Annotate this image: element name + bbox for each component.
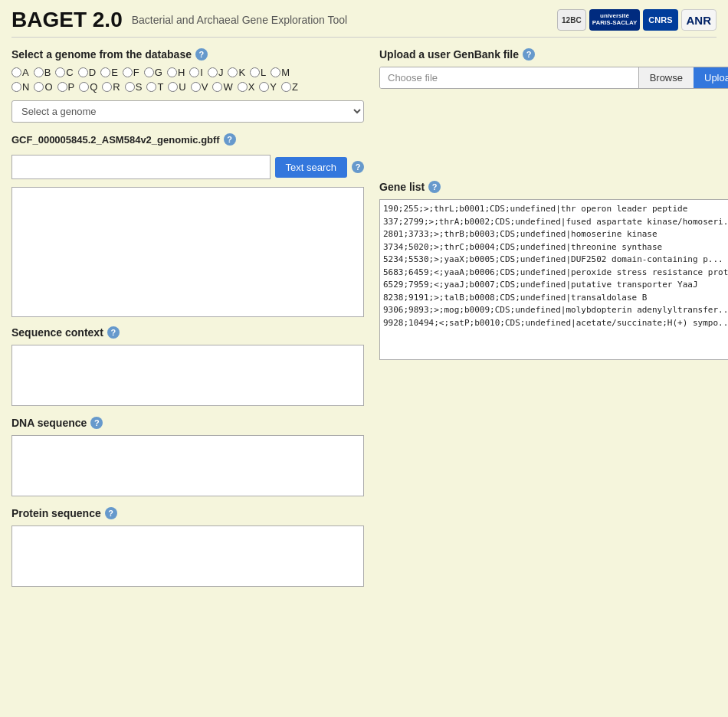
- radio-input-Q[interactable]: [79, 82, 89, 92]
- radio-input-W[interactable]: [212, 82, 222, 92]
- protein-sequence-text: Protein sequence: [11, 507, 101, 519]
- logo-cnrs-icon: CNRS: [643, 9, 677, 31]
- dna-sequence-text: DNA sequence: [11, 417, 87, 429]
- upload-section: Upload a user GenBank file ? Choose file…: [379, 48, 728, 89]
- radio-H[interactable]: H: [167, 67, 185, 78]
- protein-sequence-section: Protein sequence ?: [11, 507, 364, 587]
- radio-R[interactable]: R: [102, 81, 120, 93]
- gene-results-box-left[interactable]: [11, 187, 364, 317]
- radio-input-I[interactable]: [189, 67, 199, 77]
- radio-E[interactable]: E: [100, 67, 118, 78]
- gene-list-item[interactable]: 6529;7959;<;yaaJ;b0007;CDS;undefined|put…: [383, 279, 728, 292]
- app-subtitle: Bacterial and Archaeal Gene Exploration …: [132, 14, 347, 26]
- gene-list-item[interactable]: 5683;6459;<;yaaA;b0006;CDS;undefined|per…: [383, 267, 728, 280]
- dna-help-icon[interactable]: ?: [90, 417, 103, 429]
- radio-Q[interactable]: Q: [79, 81, 97, 93]
- dna-sequence-box[interactable]: [11, 435, 364, 496]
- radio-K[interactable]: K: [228, 67, 245, 78]
- radio-input-A[interactable]: [11, 67, 21, 77]
- gene-list-item[interactable]: 9928;10494;<;satP;b0010;CDS;undefined|ac…: [383, 317, 728, 330]
- seq-context-help-icon[interactable]: ?: [107, 326, 120, 339]
- radio-M[interactable]: M: [271, 67, 290, 78]
- radio-D[interactable]: D: [78, 67, 96, 78]
- radio-input-N[interactable]: [11, 82, 21, 92]
- genome-select-row: Select a genome: [11, 100, 364, 123]
- upload-label-text: Upload a user GenBank file: [379, 48, 519, 61]
- radio-input-E[interactable]: [100, 67, 110, 77]
- radio-Y[interactable]: Y: [259, 81, 277, 93]
- protein-sequence-box[interactable]: [11, 525, 364, 587]
- radio-input-U[interactable]: [168, 82, 178, 92]
- logo-univ-icon: universitéPARIS-SACLAY: [589, 9, 641, 31]
- radio-T[interactable]: T: [146, 81, 163, 93]
- upload-label: Upload a user GenBank file ?: [379, 48, 728, 61]
- protein-help-icon[interactable]: ?: [105, 507, 117, 519]
- radio-input-K[interactable]: [228, 67, 238, 77]
- radio-S[interactable]: S: [125, 81, 143, 93]
- radio-N[interactable]: N: [11, 81, 29, 93]
- radio-input-D[interactable]: [78, 67, 88, 77]
- header: BAGET 2.0 Bacterial and Archaeal Gene Ex…: [11, 8, 717, 38]
- text-search-help-icon[interactable]: ?: [352, 161, 364, 173]
- radio-F[interactable]: F: [123, 67, 139, 78]
- sequence-context-box[interactable]: [11, 345, 364, 406]
- radio-input-Y[interactable]: [259, 82, 269, 92]
- gene-list-item[interactable]: 190;255;>;thrL;b0001;CDS;undefined|thr o…: [383, 203, 728, 216]
- radio-L[interactable]: L: [250, 67, 266, 78]
- sequence-context-text: Sequence context: [11, 326, 103, 339]
- radio-input-H[interactable]: [167, 67, 177, 77]
- text-search-button[interactable]: Text search: [275, 157, 347, 178]
- dna-sequence-label: DNA sequence ?: [11, 417, 364, 429]
- radio-I[interactable]: I: [189, 67, 203, 78]
- radio-input-Z[interactable]: [281, 82, 291, 92]
- radio-U[interactable]: U: [168, 81, 185, 93]
- radio-input-V[interactable]: [191, 82, 201, 92]
- gene-list-item[interactable]: 2801;3733;>;thrB;b0003;CDS;undefined|hom…: [383, 228, 728, 241]
- logo-anr-icon: ANR: [681, 9, 717, 31]
- radio-input-O[interactable]: [34, 82, 44, 92]
- upload-help-icon[interactable]: ?: [523, 48, 535, 61]
- gene-list-item[interactable]: 8238;9191;>;talB;b0008;CDS;undefined|tra…: [383, 292, 728, 305]
- radio-group: A B C D E F G H I J K L M N O P Q R S: [11, 67, 364, 93]
- radio-O[interactable]: O: [34, 81, 52, 93]
- radio-G[interactable]: G: [144, 67, 162, 78]
- genome-select[interactable]: Select a genome: [11, 100, 364, 123]
- radio-input-R[interactable]: [102, 82, 112, 92]
- radio-input-T[interactable]: [146, 82, 156, 92]
- gene-list-item[interactable]: 3734;5020;>;thrC;b0004;CDS;undefined|thr…: [383, 241, 728, 254]
- radio-input-M[interactable]: [271, 67, 280, 77]
- radio-input-L[interactable]: [250, 67, 260, 77]
- gene-list-label-text: Gene list: [379, 181, 425, 193]
- radio-input-X[interactable]: [238, 82, 248, 92]
- radio-C[interactable]: C: [55, 67, 73, 78]
- browse-button[interactable]: Browse: [638, 67, 694, 88]
- radio-W[interactable]: W: [212, 81, 232, 93]
- sequence-context-section: Sequence context ?: [11, 326, 364, 406]
- gene-list-box[interactable]: 190;255;>;thrL;b0001;CDS;undefined|thr o…: [379, 199, 728, 360]
- text-search-input[interactable]: [11, 155, 271, 179]
- gene-list-item[interactable]: 5234;5530;>;yaaX;b0005;CDS;undefined|DUF…: [383, 254, 728, 267]
- radio-X[interactable]: X: [238, 81, 255, 93]
- logo-12bc-icon: 12BC: [557, 9, 586, 31]
- radio-input-S[interactable]: [125, 82, 135, 92]
- radio-V[interactable]: V: [191, 81, 208, 93]
- radio-B[interactable]: B: [34, 67, 51, 78]
- genome-help-icon[interactable]: ?: [195, 48, 208, 61]
- gene-list-item[interactable]: 9306;9893;>;mog;b0009;CDS;undefined|moly…: [383, 304, 728, 317]
- radio-input-P[interactable]: [57, 82, 67, 92]
- radio-P[interactable]: P: [57, 81, 75, 93]
- genome-section-text: Select a genome from the database: [11, 48, 192, 61]
- gbk-help-icon[interactable]: ?: [224, 133, 236, 146]
- upload-button[interactable]: Upload: [694, 67, 728, 88]
- gene-list-item[interactable]: 337;2799;>;thrA;b0002;CDS;undefined|fuse…: [383, 216, 728, 229]
- radio-input-G[interactable]: [144, 67, 154, 77]
- main-layout: Select a genome from the database ? A B …: [11, 48, 717, 598]
- radio-Z[interactable]: Z: [281, 81, 298, 93]
- gene-list-help-icon[interactable]: ?: [428, 181, 441, 193]
- radio-A[interactable]: A: [11, 67, 29, 78]
- radio-input-F[interactable]: [123, 67, 133, 77]
- radio-J[interactable]: J: [208, 67, 224, 78]
- radio-input-B[interactable]: [34, 67, 44, 77]
- radio-input-J[interactable]: [208, 67, 218, 77]
- radio-input-C[interactable]: [55, 67, 65, 77]
